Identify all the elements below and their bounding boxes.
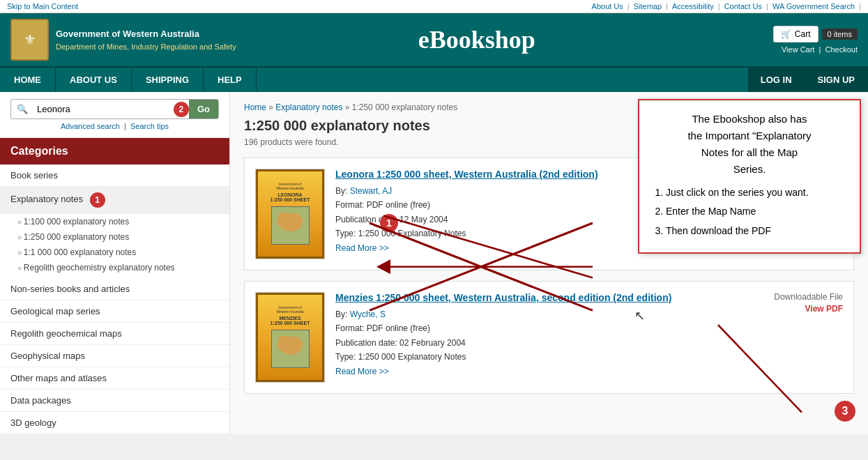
- contact-us-link[interactable]: Contact Us: [724, 2, 762, 10]
- checkout-link[interactable]: Checkout: [825, 45, 858, 54]
- nav-about-us[interactable]: ABOUT US: [56, 68, 132, 92]
- cat-250k-notes[interactable]: 1:250 000 explanatory notes: [0, 229, 229, 245]
- cat-geological-maps[interactable]: Geological map series: [0, 300, 229, 323]
- cart-icon: 🛒: [781, 29, 791, 39]
- cat-1m-notes[interactable]: 1:1 000 000 explanatory notes: [0, 245, 229, 260]
- cat-3d-geology[interactable]: 3D geology: [0, 412, 229, 434]
- author-link-1[interactable]: Stewart, AJ: [350, 186, 393, 196]
- cat-regolith-notes[interactable]: Regolith geochemistry explanatory notes: [0, 260, 229, 278]
- breadcrumb-home[interactable]: Home: [244, 102, 266, 112]
- main-container: 🔍 2 Go Advanced search | Search tips Cat…: [0, 92, 868, 434]
- product-info-2: Menzies 1:250 000 sheet, Western Austral…: [335, 292, 742, 378]
- wa-gov-search-link[interactable]: WA Government Search: [772, 2, 855, 10]
- breadcrumb-explanatory[interactable]: Explanatory notes: [275, 102, 342, 112]
- nav-help[interactable]: HELP: [204, 68, 257, 92]
- accessibility-link[interactable]: Accessibility: [672, 2, 714, 10]
- cat-other-maps[interactable]: Other maps and atlases: [0, 367, 229, 390]
- annotation-text: The Ebookshop also hasthe Important "Exp…: [652, 111, 847, 178]
- cart-button[interactable]: 🛒 Cart: [773, 26, 818, 43]
- search-tips-link[interactable]: Search tips: [130, 122, 169, 130]
- nav-signup[interactable]: SIGN UP: [805, 68, 868, 92]
- read-more-1[interactable]: Read More >>: [335, 243, 389, 253]
- advanced-search-link[interactable]: Advanced search: [61, 122, 120, 130]
- annotation-step-3: Then download the PDF: [666, 223, 847, 238]
- view-cart-link[interactable]: View Cart: [782, 45, 814, 54]
- wa-logo: ⚜: [10, 19, 49, 61]
- badge-1: 1: [90, 192, 105, 208]
- search-links: Advanced search | Search tips: [10, 122, 219, 130]
- cat-regolith-maps[interactable]: Regolith geochemical maps: [0, 323, 229, 345]
- cat-non-series[interactable]: Non-series books and articles: [0, 278, 229, 300]
- site-title: eBookshop: [181, 25, 773, 54]
- cat-100k-notes[interactable]: 1:100 000 explanatory notes: [0, 214, 229, 229]
- read-more-2[interactable]: Read More >>: [335, 367, 389, 376]
- main-nav: HOME ABOUT US SHIPPING HELP LOG IN SIGN …: [0, 66, 868, 92]
- product-thumb-2: Government ofWestern Australia MENZIES1:…: [255, 292, 325, 383]
- search-input[interactable]: [33, 100, 171, 118]
- annotation-step-2: Enter the Map Name: [666, 204, 847, 219]
- breadcrumb-current: 1:250 000 explanatory notes: [352, 102, 457, 112]
- top-bar-links: About Us | Sitemap | Accessibility | Con…: [592, 2, 861, 10]
- product-download-2: Downloadable File View PDF: [752, 292, 843, 314]
- nav-home[interactable]: HOME: [0, 68, 56, 92]
- go-button[interactable]: Go: [189, 100, 218, 118]
- nav-shipping[interactable]: SHIPPING: [132, 68, 204, 92]
- product-thumb-1: Government ofWestern Australia LEONORA1:…: [255, 169, 325, 259]
- content-area: Home » Explanatory notes » 1:250 000 exp…: [230, 92, 868, 434]
- cat-explanatory-notes[interactable]: Explanatory notes 1: [0, 187, 229, 214]
- annotation-box: The Ebookshop also hasthe Important "Exp…: [638, 99, 861, 254]
- cart-area: 🛒 Cart 0 items View Cart | Checkout: [773, 26, 858, 54]
- cart-links: View Cart | Checkout: [782, 45, 858, 54]
- cat-book-series[interactable]: Book series: [0, 164, 229, 187]
- top-bar: Skip to Main Content About Us | Sitemap …: [0, 0, 868, 13]
- author-link-2[interactable]: Wyche, S: [350, 309, 386, 319]
- cart-label: Cart: [795, 29, 811, 39]
- categories-header: Categories: [0, 138, 229, 164]
- gov-name: Government of Western Australia: [56, 29, 199, 39]
- download-label-2: Downloadable File: [752, 292, 843, 302]
- header: ⚜ Government of Western Australia Depart…: [0, 13, 868, 66]
- skip-link[interactable]: Skip to Main Content: [7, 2, 78, 10]
- sitemap-link[interactable]: Sitemap: [634, 2, 662, 10]
- cat-geophysical-maps[interactable]: Geophysical maps: [0, 345, 229, 367]
- badge-circle-1: 1: [380, 214, 398, 232]
- search-box: 🔍 2 Go: [10, 99, 219, 119]
- badge-circle-3: 3: [835, 401, 855, 422]
- search-icon: 🔍: [11, 100, 33, 118]
- cat-data-packages[interactable]: Data packages: [0, 390, 229, 412]
- search-area: 🔍 2 Go Advanced search | Search tips: [0, 92, 229, 138]
- annotation-step-1: Just click on the series you want.: [666, 185, 847, 200]
- product-card-2: Government ofWestern Australia MENZIES1:…: [244, 281, 854, 394]
- product-meta-2: By: Wyche, S Format: PDF online (free) P…: [335, 307, 742, 378]
- search-badge-2: 2: [174, 102, 189, 117]
- product-title-2[interactable]: Menzies 1:250 000 sheet, Western Austral…: [335, 292, 742, 303]
- cart-count: 0 items: [822, 29, 858, 40]
- nav-login[interactable]: LOG IN: [748, 68, 805, 92]
- sidebar: 🔍 2 Go Advanced search | Search tips Cat…: [0, 92, 230, 434]
- annotation-steps: Just click on the series you want. Enter…: [666, 185, 847, 238]
- view-pdf-2[interactable]: View PDF: [752, 304, 843, 314]
- about-us-toplink[interactable]: About Us: [592, 2, 623, 10]
